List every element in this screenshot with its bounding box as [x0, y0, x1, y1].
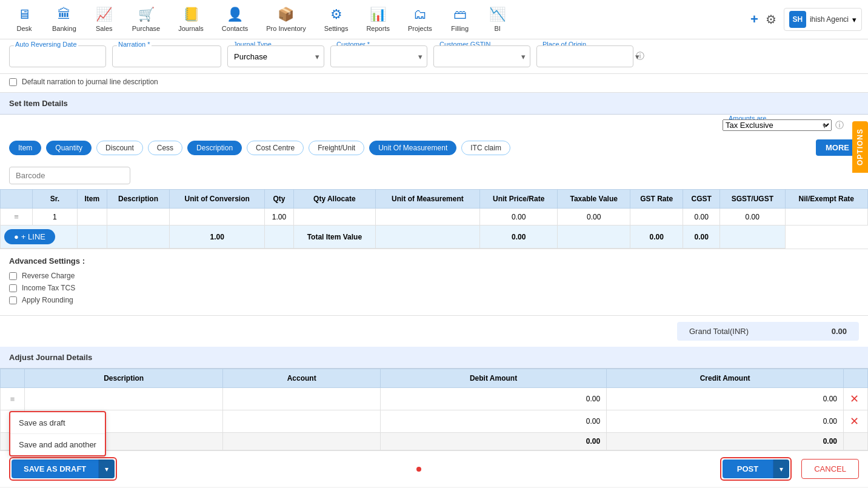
default-narration-checkbox[interactable] — [9, 78, 17, 86]
adjust-account-2[interactable] — [223, 410, 381, 433]
qty-cell[interactable]: 1.00 — [265, 209, 293, 226]
item-details-section: Set Item Details Amounts are Tax Exclusi… — [0, 93, 868, 249]
settings-icon[interactable]: ⚙ — [766, 12, 776, 27]
user-menu[interactable]: SH ihish Agenci ▾ — [784, 8, 862, 31]
chip-itc-claim[interactable]: ITC claim — [461, 141, 510, 155]
projects-icon: 🗂 — [413, 7, 427, 22]
unit-price-cell[interactable]: 0.00 — [479, 209, 557, 226]
qty-allocate-cell[interactable] — [293, 209, 375, 226]
nav-item-desk[interactable]: 🖥Desk — [6, 3, 42, 36]
col-sr: Sr. — [33, 190, 77, 209]
amounts-are-row: Amounts are Tax Exclusive ⓘ — [0, 115, 868, 133]
add-line-button[interactable]: ● + LINE — [4, 229, 55, 244]
nav-item-projects[interactable]: 🗂Projects — [399, 3, 441, 36]
reports-icon: 📊 — [370, 7, 386, 22]
chip-cost-centre[interactable]: Cost Centre — [247, 141, 304, 155]
add-button[interactable]: + — [750, 12, 758, 27]
empty6 — [720, 226, 786, 249]
save-as-draft-button[interactable]: SAVE AS DRAFT — [12, 460, 98, 478]
amounts-info-icon[interactable]: ⓘ — [835, 120, 844, 131]
nav-item-pro-inventory[interactable]: 📦Pro Inventory — [258, 3, 314, 36]
gst-rate-cell[interactable] — [630, 209, 683, 226]
reverse-charge-label: Reverse Charge — [22, 272, 75, 280]
adjust-drag-1[interactable]: ≡ — [1, 388, 25, 410]
taxable-value-cell: 0.00 — [558, 209, 630, 226]
nav-label-sales: Sales — [96, 25, 113, 32]
customer-gstin-select[interactable] — [433, 45, 530, 67]
chip-cess[interactable]: Cess — [148, 141, 182, 155]
save-draft-dropdown-button[interactable]: ▾ — [98, 460, 115, 478]
barcode-input[interactable] — [9, 167, 130, 184]
narration-input[interactable] — [112, 45, 221, 67]
adjust-debit-1: 0.00 — [380, 388, 606, 410]
narration-checkbox-row: Default narration to journal line descri… — [0, 74, 868, 93]
journal-type-field: Journal Type Purchase — [227, 45, 324, 67]
nav-item-purchase[interactable]: 🛒Purchase — [124, 3, 169, 36]
adjust-table-body: ≡ 0.00 0.00 ✕ ≡ 0.00 0.00 ✕ — [1, 388, 868, 450]
delete-row-1-button[interactable]: ✕ — [850, 392, 859, 406]
options-tab[interactable]: OPTIONS — [852, 121, 868, 173]
footer: Save as draft Save and add another SAVE … — [0, 450, 868, 487]
col-item: Item — [77, 190, 107, 209]
delete-row-2-button[interactable]: ✕ — [850, 415, 859, 428]
grand-total-label: Grand Total(INR) — [689, 327, 749, 336]
reverse-charge-item: Reverse Charge — [9, 272, 859, 280]
place-of-origin-select[interactable] — [536, 45, 633, 67]
chip-unit-measurement[interactable]: Unit Of Measurement — [369, 141, 456, 155]
grand-total-box: Grand Total(INR) 0.00 — [677, 322, 859, 341]
nav-label-reports: Reports — [366, 25, 390, 32]
reverse-charge-checkbox[interactable] — [9, 272, 17, 280]
adjust-credit-1: 0.00 — [607, 388, 844, 410]
cancel-button[interactable]: CANCEL — [801, 459, 859, 479]
journal-type-select[interactable]: Purchase — [227, 45, 324, 67]
nav-item-bi[interactable]: 📉BI — [479, 3, 516, 36]
adjust-delete-1[interactable]: ✕ — [844, 388, 868, 410]
nav-items: 🖥Desk🏛Banking📈Sales🛒Purchase📒Journals👤Co… — [6, 3, 750, 36]
chip-quantity[interactable]: Quantity — [46, 141, 92, 155]
nav-item-sales[interactable]: 📈Sales — [86, 3, 122, 36]
place-of-origin-field: Place of Origin ⓘ — [536, 45, 644, 67]
adjust-account-1[interactable] — [223, 388, 381, 410]
unit-conversion-cell[interactable] — [170, 209, 265, 226]
adjust-credit-2: 0.00 — [607, 410, 844, 433]
nav-item-banking[interactable]: 🏛Banking — [44, 3, 85, 36]
drag-handle-cell[interactable]: ≡ — [1, 209, 33, 226]
chip-freight-unit[interactable]: Freight/Unit — [309, 141, 364, 155]
post-dropdown-button[interactable]: ▾ — [773, 460, 789, 478]
form-row: Auto Reversing Date Narration * Journal … — [0, 39, 868, 74]
adjust-desc-1[interactable] — [25, 388, 223, 410]
save-as-draft-option[interactable]: Save as draft — [10, 412, 105, 433]
item-cell[interactable] — [77, 209, 107, 226]
chip-discount[interactable]: Discount — [96, 141, 143, 155]
income-tax-tcs-checkbox[interactable] — [9, 284, 17, 292]
description-cell[interactable] — [107, 209, 169, 226]
nav-item-filling[interactable]: 🗃Filling — [442, 3, 478, 36]
auto-reversing-date-input[interactable] — [9, 45, 106, 67]
post-button[interactable]: POST — [723, 460, 773, 478]
nav-item-contacts[interactable]: 👤Contacts — [213, 3, 256, 36]
nav-item-reports[interactable]: 📊Reports — [358, 3, 398, 36]
adjust-delete-2[interactable]: ✕ — [844, 410, 868, 433]
adjust-row-1: ≡ 0.00 0.00 ✕ — [1, 388, 868, 410]
adjust-col-action — [844, 369, 868, 388]
chip-description[interactable]: Description — [187, 141, 242, 155]
unit-measurement-cell[interactable] — [375, 209, 479, 226]
adjust-total-credit: 0.00 — [607, 433, 844, 450]
chip-item[interactable]: Item — [9, 141, 41, 155]
total-taxable: 0.00 — [479, 226, 557, 249]
nav-item-settings[interactable]: ⚙Settings — [316, 3, 357, 36]
amounts-are-select[interactable]: Tax Exclusive — [723, 119, 832, 131]
avatar: SH — [789, 11, 806, 28]
save-and-add-option[interactable]: Save and add another — [10, 433, 105, 455]
chips-row: ItemQuantityDiscountCessDescriptionCost … — [0, 133, 868, 162]
info-icon[interactable]: ⓘ — [636, 51, 644, 62]
customer-select[interactable] — [330, 45, 427, 67]
adjust-col-debit: Debit Amount — [380, 369, 606, 388]
nav-item-journals[interactable]: 📒Journals — [170, 3, 212, 36]
empty1 — [77, 226, 107, 249]
post-cancel-group: POST ▾ CANCEL — [720, 457, 859, 481]
customer-gstin-field: Customer GSTIN — [433, 45, 530, 67]
col-unit-measurement: Unit of Measurement — [375, 190, 479, 209]
save-draft-container: Save as draft Save and add another SAVE … — [9, 457, 117, 481]
apply-rounding-checkbox[interactable] — [9, 296, 17, 304]
